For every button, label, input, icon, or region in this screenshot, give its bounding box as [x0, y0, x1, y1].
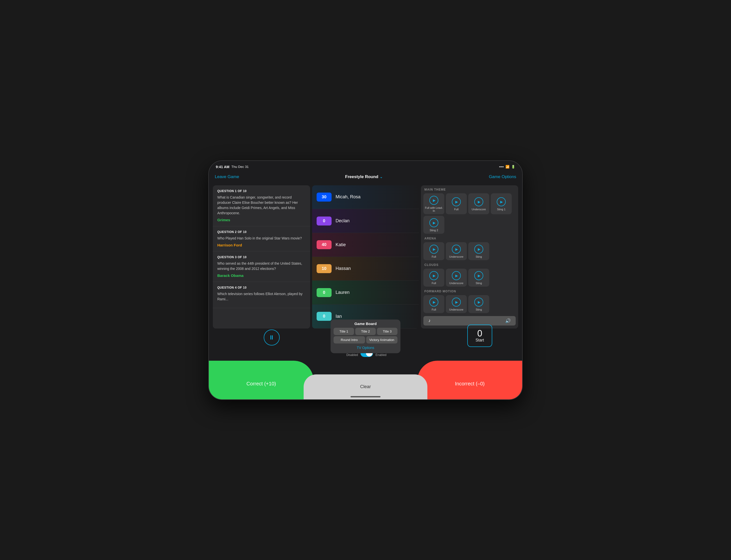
arena-title: ARENA — [423, 237, 516, 240]
main-theme-buttons: Full with Lead-In Full Underscore Sting … — [423, 193, 516, 234]
play-icon — [429, 245, 438, 254]
status-bar: 9:41 AM Thu Dec 31 ▪▪▪▪ 📶 🔋 — [209, 161, 522, 170]
btn-label: Sting — [476, 282, 482, 285]
game-options-button[interactable]: Game Options — [489, 174, 516, 179]
players-panel: 30 Micah, Rosa 0 Declan 40 Katie 10 — [312, 185, 419, 329]
score-badge-5: 0 — [317, 288, 332, 297]
pause-icon: ⏸ — [269, 334, 275, 341]
round-title: Freestyle Round — [345, 174, 378, 179]
victory-animation-button[interactable]: Victory Animation — [366, 336, 398, 343]
start-label[interactable]: Start — [476, 338, 484, 342]
forward-motion-section: FORWARD MOTION Full Underscore Sting — [423, 290, 516, 313]
arena-full-button[interactable]: Full — [423, 242, 444, 260]
play-icon — [429, 218, 438, 227]
question-label-2: QUESTION 2 OF 10 — [217, 230, 306, 234]
status-time: 9:41 AM — [216, 165, 230, 169]
btn-label: Underscore — [472, 208, 486, 211]
clear-button[interactable]: Clear — [304, 374, 427, 399]
question-label-4: QUESTION 4 OF 10 — [217, 286, 306, 289]
player-name-4: Hassan — [336, 266, 351, 271]
play-icon — [474, 271, 483, 280]
game-board-popup: Game Board Title 1 Title 2 Title 3 Round… — [331, 320, 400, 353]
clouds-full-button[interactable]: Full — [423, 269, 444, 287]
play-underscore-button[interactable]: Underscore — [468, 193, 489, 214]
play-icon — [452, 271, 461, 280]
player-name-6: Ian — [336, 314, 342, 319]
forward-motion-title: FORWARD MOTION — [423, 290, 516, 293]
score-value: 0 — [477, 329, 482, 338]
bottom-wave: Correct (+10) Incorrect (–0) Clear — [209, 359, 522, 399]
question-item-1: QUESTION 1 OF 10 What is Canadian singer… — [213, 185, 310, 226]
title3-button[interactable]: Title 3 — [377, 328, 397, 335]
clouds-sting-button[interactable]: Sting — [468, 269, 489, 287]
question-text-3: Who served as the 44th president of the … — [217, 261, 306, 271]
signal-icon: ▪▪▪▪ — [499, 165, 504, 169]
incorrect-label: Incorrect (–0) — [455, 381, 485, 387]
clouds-buttons: Full Underscore Sting — [423, 269, 516, 287]
bottom-section: Game Board Title 1 Title 2 Title 3 Round… — [209, 320, 522, 399]
play-icon — [452, 245, 461, 254]
arena-section: ARENA Full Underscore Sting — [423, 237, 516, 260]
arena-sting-button[interactable]: Sting — [468, 242, 489, 260]
play-icon — [474, 245, 483, 254]
fwd-sting-button[interactable]: Sting — [468, 295, 489, 313]
btn-label: Underscore — [449, 282, 464, 285]
title1-button[interactable]: Title 1 — [334, 328, 354, 335]
player-row-2[interactable]: 0 Declan — [312, 209, 419, 233]
btn-label: Full with Lead-In — [425, 206, 443, 212]
correct-button[interactable]: Correct (+10) — [209, 361, 314, 399]
question-answer-1: Grimes — [217, 218, 306, 222]
play-icon — [429, 271, 438, 280]
pause-button[interactable]: ⏸ — [264, 330, 280, 345]
score-badge-1: 30 — [317, 193, 332, 202]
play-sting2-button[interactable]: Sting 2 — [423, 216, 444, 234]
play-icon — [474, 298, 483, 307]
incorrect-button[interactable]: Incorrect (–0) — [417, 361, 522, 399]
btn-label: Sting — [476, 308, 482, 311]
btn-label: Underscore — [449, 308, 464, 311]
play-sting1-button[interactable]: Sting 1 — [491, 193, 512, 214]
player-row-4[interactable]: 10 Hassan — [312, 257, 419, 281]
question-item-3: QUESTION 3 OF 10 Who served as the 44th … — [213, 251, 310, 282]
popup-grid: Title 1 Title 2 Title 3 — [334, 328, 397, 335]
sounds-panel: MAIN THEME Full with Lead-In Full Unders… — [421, 185, 518, 329]
fwd-full-button[interactable]: Full — [423, 295, 444, 313]
player-name-3: Katie — [336, 242, 346, 247]
question-text-2: Who Played Han Solo in the original Star… — [217, 236, 306, 241]
question-text-1: What is Canadian singer, songwriter, and… — [217, 195, 306, 216]
correct-label: Correct (+10) — [246, 381, 276, 387]
battery-icon: 🔋 — [511, 165, 515, 169]
score-badge-2: 0 — [317, 217, 332, 225]
btn-label: Full — [432, 308, 436, 311]
question-answer-2: Harrison Ford — [217, 243, 306, 247]
tv-options-link[interactable]: TV Options — [334, 345, 397, 351]
fwd-underscore-button[interactable]: Underscore — [446, 295, 467, 313]
play-icon — [429, 298, 438, 307]
main-theme-title: MAIN THEME — [423, 188, 516, 191]
wifi-icon: 📶 — [505, 165, 509, 169]
play-full-lead-in-button[interactable]: Full with Lead-In — [423, 193, 444, 214]
player-row-3[interactable]: 40 Katie — [312, 233, 419, 257]
nav-center: Freestyle Round ⌄ — [345, 174, 383, 179]
popup-row2: Round Intro Victory Animation — [334, 336, 397, 343]
round-intro-button[interactable]: Round Intro — [334, 336, 365, 343]
player-name-5: Lauren — [336, 290, 350, 295]
player-row-5[interactable]: 0 Lauren — [312, 281, 419, 305]
chevron-down-icon[interactable]: ⌄ — [380, 175, 383, 179]
game-board-popup-title: Game Board — [334, 322, 397, 326]
clear-label: Clear — [360, 384, 371, 389]
title2-button[interactable]: Title 2 — [355, 328, 376, 335]
home-indicator — [351, 396, 380, 397]
arena-underscore-button[interactable]: Underscore — [446, 242, 467, 260]
question-label-3: QUESTION 3 OF 10 — [217, 255, 306, 259]
play-full-button[interactable]: Full — [446, 193, 467, 214]
player-name-1: Micah, Rosa — [336, 194, 361, 200]
player-row-1[interactable]: 30 Micah, Rosa — [312, 185, 419, 209]
play-icon — [452, 197, 461, 206]
status-date: Thu Dec 31 — [232, 165, 249, 169]
question-item-2: QUESTION 2 OF 10 Who Played Han Solo in … — [213, 226, 310, 251]
forward-motion-buttons: Full Underscore Sting — [423, 295, 516, 313]
clouds-underscore-button[interactable]: Underscore — [446, 269, 467, 287]
play-icon — [452, 298, 461, 307]
leave-game-button[interactable]: Leave Game — [215, 174, 239, 179]
